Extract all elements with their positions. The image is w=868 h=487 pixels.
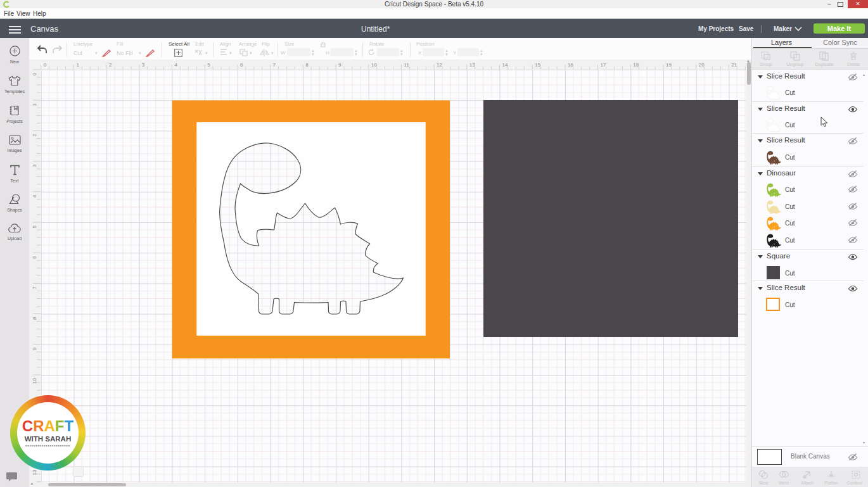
- svg-text:3: 3: [142, 62, 145, 68]
- svg-text:7: 7: [273, 62, 276, 68]
- svg-text:1: 1: [32, 103, 37, 106]
- svg-text:4: 4: [175, 62, 178, 68]
- svg-text:8: 8: [305, 62, 309, 68]
- svg-text:5: 5: [207, 62, 210, 68]
- svg-text:0: 0: [44, 62, 47, 68]
- svg-text:11: 11: [404, 62, 409, 68]
- svg-text:13: 13: [32, 469, 37, 475]
- svg-text:2: 2: [109, 62, 112, 68]
- svg-text:1: 1: [76, 62, 79, 68]
- svg-text:17: 17: [601, 62, 606, 68]
- svg-text:14: 14: [502, 62, 508, 68]
- svg-text:6: 6: [32, 256, 37, 259]
- svg-text:10: 10: [32, 377, 37, 383]
- svg-text:0: 0: [32, 72, 37, 75]
- svg-text:20: 20: [699, 62, 705, 68]
- svg-text:10: 10: [371, 62, 377, 68]
- svg-text:7: 7: [32, 286, 37, 289]
- svg-text:13: 13: [469, 62, 475, 68]
- svg-text:3: 3: [32, 164, 37, 167]
- svg-text:16: 16: [568, 62, 573, 68]
- svg-text:6: 6: [240, 62, 243, 68]
- svg-text:5: 5: [32, 225, 37, 228]
- svg-text:4: 4: [32, 194, 37, 198]
- svg-text:2: 2: [32, 134, 37, 137]
- svg-text:9: 9: [338, 62, 341, 68]
- svg-text:12: 12: [437, 62, 442, 68]
- svg-text:19: 19: [666, 62, 672, 68]
- svg-text:21: 21: [731, 62, 737, 68]
- svg-text:8: 8: [32, 317, 37, 320]
- svg-text:18: 18: [633, 62, 639, 68]
- svg-text:15: 15: [535, 62, 540, 68]
- svg-text:9: 9: [32, 347, 37, 350]
